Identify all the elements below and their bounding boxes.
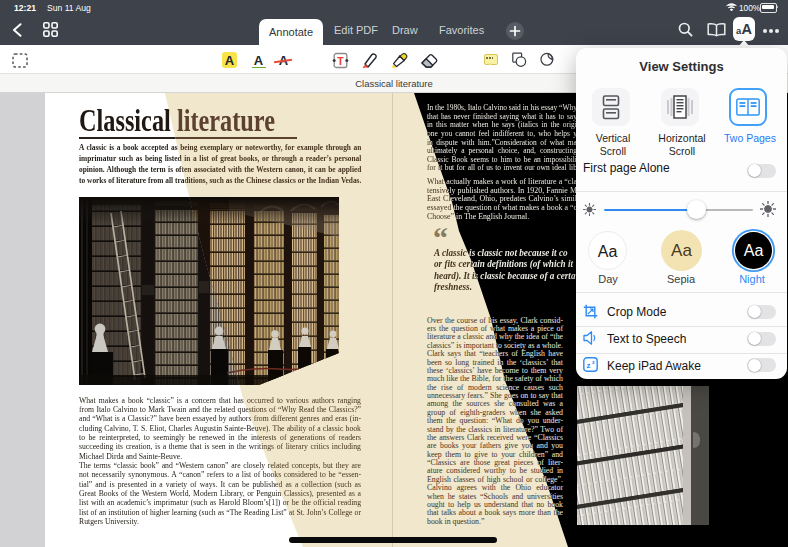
svg-text:z: z (587, 361, 591, 370)
svg-text:T: T (337, 55, 344, 67)
svg-text:z: z (592, 359, 595, 365)
